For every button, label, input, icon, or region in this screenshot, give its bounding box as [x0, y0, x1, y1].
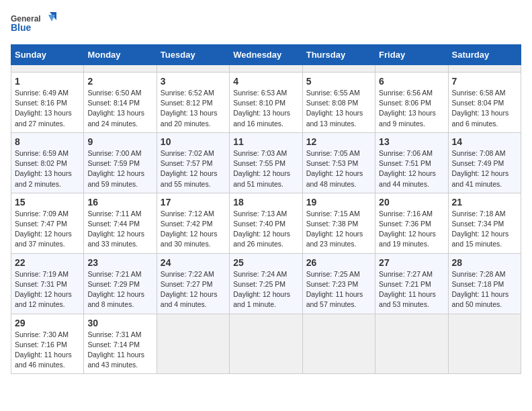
day-number: 23 — [87, 257, 152, 268]
day-cell — [375, 314, 448, 374]
day-number: 25 — [233, 257, 298, 268]
svg-marker-3 — [48, 15, 55, 21]
day-number: 4 — [233, 76, 298, 87]
day-number: 15 — [15, 197, 80, 208]
day-detail: Sunrise: 7:02 AM Sunset: 7:57 PM Dayligh… — [161, 148, 226, 189]
day-cell — [448, 314, 521, 374]
day-number: 14 — [452, 136, 517, 147]
day-detail: Sunrise: 7:25 AM Sunset: 7:23 PM Dayligh… — [306, 269, 371, 310]
day-detail: Sunrise: 7:19 AM Sunset: 7:31 PM Dayligh… — [15, 269, 80, 310]
col-header-sunday: Sunday — [11, 45, 84, 65]
day-cell: 3Sunrise: 6:52 AM Sunset: 8:12 PM Daylig… — [157, 73, 229, 133]
day-cell: 15Sunrise: 7:09 AM Sunset: 7:47 PM Dayli… — [11, 193, 84, 253]
day-number: 8 — [15, 136, 80, 147]
week-row-0 — [11, 65, 521, 73]
day-detail: Sunrise: 7:12 AM Sunset: 7:42 PM Dayligh… — [161, 209, 226, 250]
day-number: 6 — [379, 76, 444, 87]
day-detail: Sunrise: 6:50 AM Sunset: 8:14 PM Dayligh… — [87, 88, 152, 129]
logo: General Blue — [11, 11, 58, 39]
week-row-5: 29Sunrise: 7:30 AM Sunset: 7:16 PM Dayli… — [11, 314, 521, 374]
col-header-tuesday: Tuesday — [157, 45, 229, 65]
col-header-thursday: Thursday — [302, 45, 375, 65]
day-cell: 5Sunrise: 6:55 AM Sunset: 8:08 PM Daylig… — [302, 73, 375, 133]
day-number: 18 — [233, 197, 298, 208]
day-cell: 30Sunrise: 7:31 AM Sunset: 7:14 PM Dayli… — [84, 314, 157, 374]
day-detail: Sunrise: 7:24 AM Sunset: 7:25 PM Dayligh… — [233, 269, 298, 310]
day-cell: 23Sunrise: 7:21 AM Sunset: 7:29 PM Dayli… — [84, 253, 157, 314]
day-cell — [157, 65, 229, 73]
day-number: 30 — [87, 318, 152, 328]
day-number: 27 — [379, 257, 444, 268]
day-cell: 7Sunrise: 6:58 AM Sunset: 8:04 PM Daylig… — [448, 73, 521, 133]
day-cell: 17Sunrise: 7:12 AM Sunset: 7:42 PM Dayli… — [157, 193, 229, 253]
day-number: 1 — [15, 76, 80, 87]
day-detail: Sunrise: 7:06 AM Sunset: 7:51 PM Dayligh… — [379, 148, 444, 189]
day-number: 29 — [15, 318, 80, 328]
page-header: General Blue — [11, 11, 521, 39]
day-detail: Sunrise: 7:11 AM Sunset: 7:44 PM Dayligh… — [87, 209, 152, 250]
header-row: SundayMondayTuesdayWednesdayThursdayFrid… — [11, 45, 521, 65]
day-cell: 20Sunrise: 7:16 AM Sunset: 7:36 PM Dayli… — [375, 193, 448, 253]
day-detail: Sunrise: 7:00 AM Sunset: 7:59 PM Dayligh… — [87, 148, 152, 189]
day-cell: 26Sunrise: 7:25 AM Sunset: 7:23 PM Dayli… — [302, 253, 375, 314]
day-number: 19 — [306, 197, 371, 208]
day-cell — [230, 314, 302, 374]
day-detail: Sunrise: 7:13 AM Sunset: 7:40 PM Dayligh… — [233, 209, 298, 250]
day-cell: 29Sunrise: 7:30 AM Sunset: 7:16 PM Dayli… — [11, 314, 84, 374]
day-number: 26 — [306, 257, 371, 268]
day-cell: 24Sunrise: 7:22 AM Sunset: 7:27 PM Dayli… — [157, 253, 229, 314]
calendar-table: SundayMondayTuesdayWednesdayThursdayFrid… — [11, 44, 521, 374]
day-cell: 19Sunrise: 7:15 AM Sunset: 7:38 PM Dayli… — [302, 193, 375, 253]
day-detail: Sunrise: 7:18 AM Sunset: 7:34 PM Dayligh… — [452, 209, 517, 250]
day-number: 13 — [379, 136, 444, 147]
day-cell — [11, 65, 84, 73]
week-row-3: 15Sunrise: 7:09 AM Sunset: 7:47 PM Dayli… — [11, 193, 521, 253]
day-cell: 10Sunrise: 7:02 AM Sunset: 7:57 PM Dayli… — [157, 132, 229, 193]
day-number: 17 — [161, 197, 226, 208]
day-detail: Sunrise: 6:52 AM Sunset: 8:12 PM Dayligh… — [161, 88, 226, 129]
day-number: 5 — [306, 76, 371, 87]
day-detail: Sunrise: 7:08 AM Sunset: 7:49 PM Dayligh… — [452, 148, 517, 189]
day-number: 20 — [379, 197, 444, 208]
day-cell — [84, 65, 157, 73]
day-cell — [230, 65, 302, 73]
day-cell: 22Sunrise: 7:19 AM Sunset: 7:31 PM Dayli… — [11, 253, 84, 314]
day-cell: 27Sunrise: 7:27 AM Sunset: 7:21 PM Dayli… — [375, 253, 448, 314]
day-number: 22 — [15, 257, 80, 268]
day-cell: 14Sunrise: 7:08 AM Sunset: 7:49 PM Dayli… — [448, 132, 521, 193]
day-detail: Sunrise: 7:15 AM Sunset: 7:38 PM Dayligh… — [306, 209, 371, 250]
day-cell: 9Sunrise: 7:00 AM Sunset: 7:59 PM Daylig… — [84, 132, 157, 193]
day-detail: Sunrise: 7:31 AM Sunset: 7:14 PM Dayligh… — [87, 330, 152, 371]
col-header-friday: Friday — [375, 45, 448, 65]
day-detail: Sunrise: 7:09 AM Sunset: 7:47 PM Dayligh… — [15, 209, 80, 250]
day-number: 3 — [161, 76, 226, 87]
col-header-saturday: Saturday — [448, 45, 521, 65]
day-number: 16 — [87, 197, 152, 208]
day-detail: Sunrise: 7:16 AM Sunset: 7:36 PM Dayligh… — [379, 209, 444, 250]
day-detail: Sunrise: 7:27 AM Sunset: 7:21 PM Dayligh… — [379, 269, 444, 310]
week-row-1: 1Sunrise: 6:49 AM Sunset: 8:16 PM Daylig… — [11, 73, 521, 133]
day-number: 24 — [161, 257, 226, 268]
day-detail: Sunrise: 6:58 AM Sunset: 8:04 PM Dayligh… — [452, 88, 517, 129]
day-detail: Sunrise: 7:30 AM Sunset: 7:16 PM Dayligh… — [15, 330, 80, 371]
day-cell: 18Sunrise: 7:13 AM Sunset: 7:40 PM Dayli… — [230, 193, 302, 253]
day-detail: Sunrise: 6:56 AM Sunset: 8:06 PM Dayligh… — [379, 88, 444, 129]
day-number: 21 — [452, 197, 517, 208]
day-detail: Sunrise: 7:21 AM Sunset: 7:29 PM Dayligh… — [87, 269, 152, 310]
day-cell: 25Sunrise: 7:24 AM Sunset: 7:25 PM Dayli… — [230, 253, 302, 314]
day-number: 12 — [306, 136, 371, 147]
day-cell: 21Sunrise: 7:18 AM Sunset: 7:34 PM Dayli… — [448, 193, 521, 253]
day-cell: 12Sunrise: 7:05 AM Sunset: 7:53 PM Dayli… — [302, 132, 375, 193]
day-detail: Sunrise: 7:05 AM Sunset: 7:53 PM Dayligh… — [306, 148, 371, 189]
week-row-4: 22Sunrise: 7:19 AM Sunset: 7:31 PM Dayli… — [11, 253, 521, 314]
svg-text:Blue: Blue — [11, 22, 32, 33]
day-detail: Sunrise: 6:59 AM Sunset: 8:02 PM Dayligh… — [15, 148, 80, 189]
day-number: 7 — [452, 76, 517, 87]
day-cell: 13Sunrise: 7:06 AM Sunset: 7:51 PM Dayli… — [375, 132, 448, 193]
day-detail: Sunrise: 7:03 AM Sunset: 7:55 PM Dayligh… — [233, 148, 298, 189]
day-detail: Sunrise: 6:53 AM Sunset: 8:10 PM Dayligh… — [233, 88, 298, 129]
day-number: 9 — [87, 136, 152, 147]
day-detail: Sunrise: 6:49 AM Sunset: 8:16 PM Dayligh… — [15, 88, 80, 129]
day-cell — [375, 65, 448, 73]
day-cell: 16Sunrise: 7:11 AM Sunset: 7:44 PM Dayli… — [84, 193, 157, 253]
